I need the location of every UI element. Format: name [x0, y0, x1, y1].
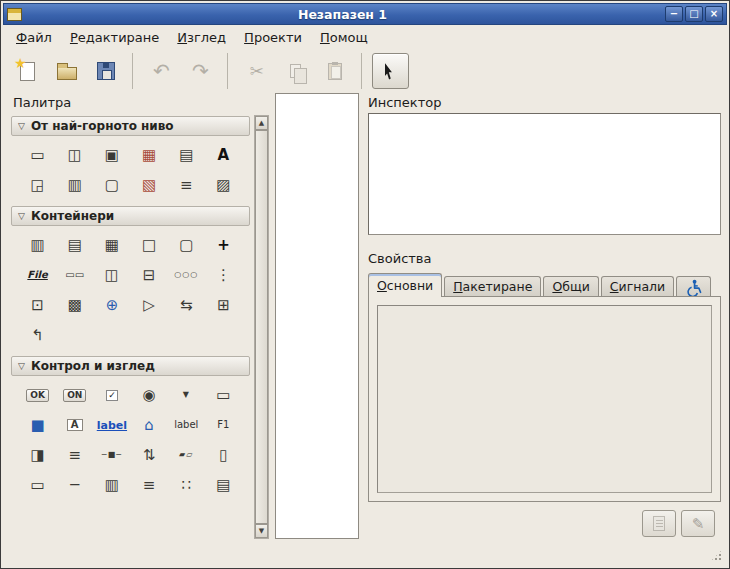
- palette-section-header[interactable]: ▽ От най-горното ниво: [11, 116, 250, 136]
- palette-item[interactable]: ▥: [93, 472, 130, 498]
- palette-item[interactable]: ○○○: [168, 262, 205, 288]
- palette-item[interactable]: ▼: [168, 382, 205, 408]
- toolbar-button[interactable]: [48, 53, 85, 89]
- palette-section-header[interactable]: ▽ Контрол и изглед: [11, 356, 250, 376]
- palette-item[interactable]: ∷: [168, 472, 205, 498]
- toolbar: [3, 49, 727, 93]
- palette-item[interactable]: ▤: [168, 142, 205, 168]
- palette-item[interactable]: ▩: [56, 292, 93, 318]
- toolbar-button[interactable]: [9, 53, 46, 89]
- palette-item[interactable]: ─■─: [93, 442, 130, 468]
- palette-item-glyph: ▯: [219, 448, 227, 463]
- properties-tab[interactable]: Общи: [543, 276, 598, 297]
- palette-item[interactable]: ≡: [168, 172, 205, 198]
- palette-item[interactable]: label: [168, 412, 205, 438]
- palette-item[interactable]: ▦: [131, 142, 168, 168]
- expander-triangle-icon: ▽: [18, 121, 25, 131]
- palette-item[interactable]: A: [205, 142, 242, 168]
- info-button[interactable]: [642, 510, 676, 537]
- palette-item-glyph: ▭▭: [65, 270, 84, 280]
- palette-item[interactable]: ▭: [19, 142, 56, 168]
- palette-item-glyph: ◉: [143, 388, 156, 403]
- menu-item[interactable]: Изглед: [168, 25, 235, 49]
- scrollbar-thumb[interactable]: [255, 130, 268, 524]
- toolbar-button[interactable]: [316, 53, 353, 89]
- palette-item[interactable]: ▭: [205, 382, 242, 408]
- palette-item[interactable]: A: [56, 412, 93, 438]
- palette-section-label: Контейнери: [31, 209, 114, 223]
- palette-item[interactable]: OK: [19, 382, 56, 408]
- palette-item[interactable]: ⇅: [131, 442, 168, 468]
- palette-item[interactable]: ⊟: [131, 262, 168, 288]
- palette-item[interactable]: ⇆: [168, 292, 205, 318]
- palette-scrollbar[interactable]: ▲ ▼: [254, 115, 269, 539]
- palette-item[interactable]: File: [19, 262, 56, 288]
- properties-tab[interactable]: Сигнали: [601, 276, 674, 297]
- palette-item[interactable]: ▷: [131, 292, 168, 318]
- maximize-button[interactable]: □: [685, 6, 703, 22]
- palette-item[interactable]: ↰: [19, 322, 56, 348]
- pencil-icon: [692, 514, 705, 533]
- toolbar-button[interactable]: [372, 53, 409, 89]
- palette-item[interactable]: ◨: [19, 442, 56, 468]
- palette-item[interactable]: ▰▱: [168, 442, 205, 468]
- palette-item[interactable]: +: [205, 232, 242, 258]
- edit-button[interactable]: [681, 510, 715, 537]
- palette-item[interactable]: ≡: [131, 472, 168, 498]
- palette-item-glyph: ∷: [181, 478, 191, 493]
- palette-item[interactable]: ON: [56, 382, 93, 408]
- palette-section-header[interactable]: ▽ Контейнери: [11, 206, 250, 226]
- palette-item[interactable]: ⌂: [131, 412, 168, 438]
- tab-accessibility[interactable]: [676, 276, 711, 297]
- inspector-tree[interactable]: [368, 113, 721, 235]
- scroll-down-icon[interactable]: ▼: [255, 524, 268, 538]
- palette-item[interactable]: ▧: [131, 172, 168, 198]
- palette-item[interactable]: ■: [19, 412, 56, 438]
- palette-item[interactable]: ▯: [205, 442, 242, 468]
- palette-item[interactable]: ≡: [56, 442, 93, 468]
- palette-item[interactable]: ⊕: [93, 292, 130, 318]
- palette-item[interactable]: label: [93, 412, 130, 438]
- palette-item[interactable]: ─: [56, 472, 93, 498]
- palette-item[interactable]: ▦: [93, 232, 130, 258]
- palette-item[interactable]: ▭: [19, 472, 56, 498]
- palette-item[interactable]: F1: [205, 412, 242, 438]
- palette-item-glyph: ▰▱: [179, 451, 193, 459]
- minimize-button[interactable]: −: [665, 6, 683, 22]
- palette-item[interactable]: ▣: [93, 142, 130, 168]
- palette-item[interactable]: ◲: [19, 172, 56, 198]
- properties-tab[interactable]: Пакетиране: [444, 276, 541, 297]
- toolbar-button[interactable]: [277, 53, 314, 89]
- palette-item[interactable]: ▥: [56, 172, 93, 198]
- palette-item[interactable]: ⋮: [205, 262, 242, 288]
- palette-item[interactable]: ▢: [93, 172, 130, 198]
- design-canvas[interactable]: [275, 93, 359, 539]
- menu-item[interactable]: Помощ: [311, 25, 377, 49]
- toolbar-button[interactable]: [143, 53, 180, 89]
- palette-item[interactable]: ▤: [56, 232, 93, 258]
- toolbar-button[interactable]: [238, 53, 275, 89]
- toolbar-button[interactable]: [87, 53, 124, 89]
- palette-item[interactable]: ◫: [56, 142, 93, 168]
- palette-item[interactable]: ◉: [131, 382, 168, 408]
- titlebar[interactable]: Незапазен 1 − □ ×: [3, 3, 727, 25]
- resize-grip[interactable]: [710, 549, 723, 562]
- palette-item[interactable]: □: [131, 232, 168, 258]
- palette-item[interactable]: ▥: [19, 232, 56, 258]
- palette-item[interactable]: ▭▭: [56, 262, 93, 288]
- menu-item[interactable]: Проекти: [235, 25, 311, 49]
- properties-title: Свойства: [368, 251, 432, 266]
- palette-item[interactable]: ▤: [205, 472, 242, 498]
- palette-item[interactable]: ⊡: [19, 292, 56, 318]
- properties-tab[interactable]: Основни: [368, 273, 442, 297]
- menu-item[interactable]: Файл: [7, 25, 61, 49]
- palette-item[interactable]: ⊞: [205, 292, 242, 318]
- toolbar-button[interactable]: [182, 53, 219, 89]
- palette-item[interactable]: ◫: [93, 262, 130, 288]
- close-button[interactable]: ×: [705, 6, 723, 22]
- palette-item[interactable]: ▢: [168, 232, 205, 258]
- palette-item[interactable]: ✓: [93, 382, 130, 408]
- menu-item[interactable]: Редактиране: [61, 25, 168, 49]
- palette-item[interactable]: ▨: [205, 172, 242, 198]
- scroll-up-icon[interactable]: ▲: [255, 116, 268, 130]
